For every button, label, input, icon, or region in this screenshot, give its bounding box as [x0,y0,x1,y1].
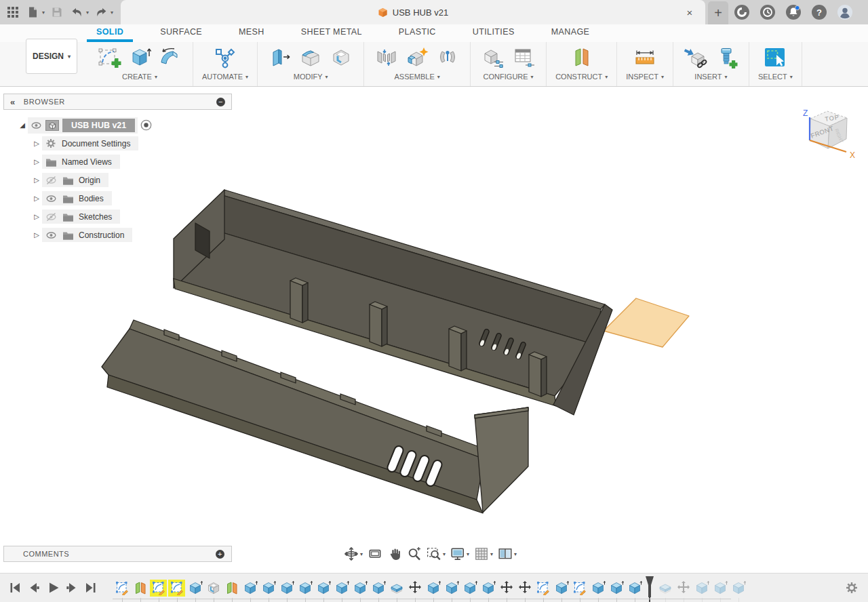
timeline-feature-extrude-32[interactable] [693,580,710,597]
timeline-feature-move-22[interactable] [498,580,515,597]
select-icon[interactable] [762,44,789,71]
automate-icon[interactable] [212,44,239,71]
tab-sheet-metal[interactable]: SHEET METAL [292,24,372,42]
configuration-table-icon[interactable] [510,44,537,71]
eye-off-icon[interactable] [45,212,57,222]
eye-icon[interactable] [45,193,57,203]
timeline-play-button[interactable] [45,580,61,596]
browser-item-named-views[interactable]: ▷Named Views [3,153,232,171]
group-dropdown-assemble[interactable]: ASSEMBLE▾ [394,73,439,81]
expand-collapse-icon[interactable]: ▷ [31,195,42,202]
timeline-feature-move-17[interactable] [406,580,423,597]
timeline-feature-plane-2[interactable] [132,580,149,597]
shell3d-icon[interactable] [328,44,355,71]
timeline-feature-extrude-8[interactable] [241,580,258,597]
close-tab-icon[interactable]: × [682,5,697,20]
collapse-panel-icon[interactable]: « [10,98,16,106]
fillet-icon[interactable] [297,44,324,71]
timeline-feature-plane-7[interactable] [223,580,240,597]
browser-item-origin[interactable]: ▷Origin [3,171,232,189]
timeline-feature-extrude-10[interactable] [278,580,295,597]
timeline-feature-extrude-5[interactable] [186,580,203,597]
joint-icon[interactable] [373,44,400,71]
group-dropdown-modify[interactable]: MODIFY▾ [294,73,328,81]
browser-minimize-icon[interactable]: − [216,98,225,106]
chevron-down-icon[interactable]: ▾ [42,9,45,16]
eye-icon[interactable] [45,230,57,240]
expand-collapse-icon[interactable]: ▷ [31,140,42,147]
measure-icon[interactable] [631,44,658,71]
timeline-feature-extrude-12[interactable] [315,580,332,597]
timeline-feature-extrude-20[interactable] [461,580,478,597]
timeline-feature-move-23[interactable] [516,580,533,597]
press-pull-icon[interactable] [267,44,294,71]
browser-root-row[interactable]: ◢USB HUB v21 [3,116,232,134]
expand-collapse-icon[interactable]: ▷ [31,213,42,220]
group-dropdown-select[interactable]: SELECT▾ [758,73,793,81]
timeline-feature-extrude-21[interactable] [479,580,496,597]
expand-collapse-icon[interactable]: ▷ [31,158,42,165]
tab-plastic[interactable]: PLASTIC [389,24,446,42]
workspace-selector[interactable]: DESIGN ▾ [26,39,77,74]
insert-fastener-icon[interactable] [713,44,740,71]
create-sketch-icon[interactable] [96,44,123,71]
timeline-step-back-button[interactable] [26,580,42,596]
add-comment-icon[interactable]: + [216,550,224,559]
view-cube[interactable]: TOP FRONT RIGHT Z X [792,104,860,168]
browser-header[interactable]: « BROWSER − [3,94,232,110]
notifications-icon[interactable] [785,4,802,20]
app-grid-icon[interactable] [5,5,20,20]
browser-item-sketches[interactable]: ▷Sketches [3,207,232,226]
browser-item-construction[interactable]: ▷Construction [3,226,232,244]
nav-zoom-window-button[interactable]: ▾ [427,547,446,561]
expand-collapse-icon[interactable]: ◢ [17,121,28,129]
revolve-icon[interactable] [157,44,184,71]
chevron-down-icon[interactable]: ▾ [443,551,446,557]
group-dropdown-insert[interactable]: INSERT▾ [694,73,727,81]
insert-derive-icon[interactable] [682,44,709,71]
timeline-feature-sketch-24[interactable] [534,580,551,597]
configuration-icon[interactable] [479,44,507,71]
group-dropdown-configure[interactable]: CONFIGURE▾ [484,73,534,81]
timeline-go-to-end-button[interactable] [83,580,99,596]
timeline-ruler[interactable] [113,599,731,599]
timeline-feature-extrude-15[interactable] [370,580,387,597]
file-icon[interactable] [25,5,40,20]
group-dropdown-inspect[interactable]: INSPECT▾ [626,73,664,81]
tab-manage[interactable]: MANAGE [542,24,599,42]
viewport[interactable]: « BROWSER − ◢USB HUB v21▷Document Settin… [0,87,868,573]
new-tab-button[interactable]: + [708,1,728,24]
timeline-step-forward-button[interactable] [64,580,80,596]
nav-look-at-button[interactable] [368,547,382,561]
expand-collapse-icon[interactable]: ▷ [31,176,42,184]
comments-bar[interactable]: COMMENTS + [3,546,232,562]
timeline-feature-extrude-11[interactable] [296,580,313,597]
timeline-feature-extrude-33[interactable] [711,580,728,597]
timeline-feature-move-31[interactable] [675,580,692,597]
nav-viewports-button[interactable]: ▾ [498,547,517,561]
nav-display-settings-button[interactable]: ▾ [450,547,469,561]
construction-plane-icon[interactable] [568,44,595,71]
timeline-feature-extrude-25[interactable] [553,580,570,597]
timeline-feature-extrude-27[interactable] [589,580,606,597]
browser-item-document-settings[interactable]: ▷Document Settings [3,134,232,153]
group-dropdown-automate[interactable]: AUTOMATE▾ [202,73,248,81]
group-dropdown-construct[interactable]: CONSTRUCT▾ [555,73,608,81]
timeline-feature-sketch-4[interactable] [168,580,185,597]
construction-plane-body[interactable] [604,298,689,347]
timeline-feature-slab-30[interactable] [656,580,673,597]
tab-mesh[interactable]: MESH [229,24,274,42]
timeline-feature-extrude-28[interactable] [608,580,625,597]
timeline-feature-extrude-34[interactable] [730,580,747,597]
timeline-feature-extrude-18[interactable] [425,580,441,597]
nav-zoom-button[interactable] [407,547,422,561]
timeline-feature-extrude-9[interactable] [260,580,277,597]
timeline-feature-slab-16[interactable] [388,580,405,597]
joint-origin-icon[interactable] [434,44,461,71]
chevron-down-icon[interactable]: ▾ [467,551,469,557]
profile-icon[interactable] [837,4,853,20]
browser-root-label[interactable]: USB HUB v21 [62,119,135,132]
timeline-feature-extrude-29[interactable] [626,580,643,597]
timeline-feature-extrude-14[interactable] [351,580,368,597]
chevron-down-icon[interactable]: ▾ [514,551,517,557]
